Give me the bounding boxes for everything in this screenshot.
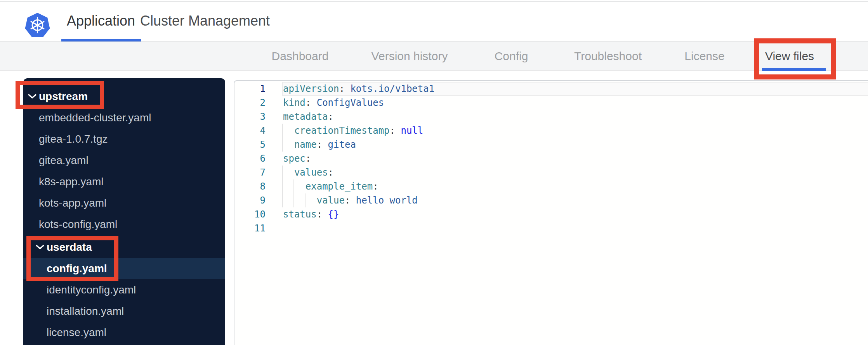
subnav-item-config[interactable]: Config: [495, 42, 528, 70]
token-key: spec: [283, 153, 306, 164]
line-number: 9: [234, 193, 283, 207]
token-value: ConfigValues: [317, 97, 384, 108]
token-keyword: null: [401, 125, 423, 136]
token-key: kind: [283, 97, 306, 108]
subnav-item-view-files[interactable]: View files: [765, 42, 814, 70]
token-colon: :: [345, 195, 350, 206]
tree-item-label: embedded-cluster.yaml: [23, 112, 151, 124]
tree-item-label: gitea-1.0.7.tgz: [23, 133, 108, 145]
tree-item-license-yaml[interactable]: license.yaml: [23, 322, 225, 343]
code-text: status: {}: [283, 207, 339, 221]
tab-cluster-management[interactable]: Cluster Management: [140, 0, 270, 41]
yaml-editor[interactable]: 1apiVersion: kots.io/v1beta12kind: Confi…: [234, 80, 868, 345]
token-plain: [345, 83, 350, 94]
subnav-item-version-history[interactable]: Version history: [372, 42, 448, 70]
token-plain: [283, 195, 317, 206]
token-value: hello world: [356, 195, 418, 206]
code-line-11: 11: [234, 221, 868, 235]
line-number: 11: [234, 221, 283, 235]
code-line-2: 2kind: ConfigValues: [234, 96, 868, 110]
tree-item-label: license.yaml: [23, 326, 106, 339]
code-line-8: 8 example_item:: [234, 179, 868, 193]
tree-item-identityconfig-yaml[interactable]: identityconfig.yaml: [23, 279, 225, 300]
tree-item-gitea-yaml[interactable]: gitea.yaml: [23, 150, 225, 171]
tree-item-upstream[interactable]: upstream: [23, 86, 225, 107]
code-line-10: 10status: {}: [234, 207, 868, 221]
token-plain: [322, 209, 328, 220]
code-line-3: 3metadata:: [234, 110, 868, 124]
tree-item-label: kots-app.yaml: [23, 197, 106, 209]
token-colon: :: [339, 83, 345, 94]
code-text: value: hello world: [283, 193, 418, 207]
token-plain: [322, 139, 328, 150]
line-number: 4: [234, 124, 283, 138]
token-plain: [283, 181, 306, 192]
token-key: values: [294, 167, 328, 178]
token-value: gitea: [328, 139, 356, 150]
file-tree-sidebar: upstreamembedded-cluster.yamlgitea-1.0.7…: [23, 78, 225, 345]
line-number: 2: [234, 96, 283, 110]
chevron-down-icon: [36, 245, 44, 250]
code-text: example_item:: [283, 179, 378, 193]
line-number: 5: [234, 138, 283, 152]
tree-item-label: installation.yaml: [23, 305, 124, 317]
tree-item-label: identityconfig.yaml: [23, 284, 136, 296]
tree-item-userdata[interactable]: userdata: [23, 236, 225, 258]
line-number: 3: [234, 110, 283, 124]
tree-item-label: config.yaml: [23, 262, 107, 275]
kots-admin-console: Application Cluster Management Dashboard…: [0, 0, 868, 345]
tree-item-label: kots-config.yaml: [23, 218, 117, 231]
code-text: creationTimestamp: null: [283, 124, 423, 138]
token-colon: :: [373, 181, 378, 192]
token-colon: :: [317, 139, 322, 150]
tree-item-k8s-app-yaml[interactable]: k8s-app.yaml: [23, 171, 225, 192]
token-colon: :: [306, 153, 311, 164]
code-text: metadata:: [283, 110, 333, 124]
code-line-6: 6spec:: [234, 152, 868, 166]
line-number: 10: [234, 207, 283, 221]
line-number: 8: [234, 179, 283, 193]
token-key: apiVersion: [283, 83, 339, 94]
token-plain: [395, 125, 401, 136]
token-plain: [283, 167, 294, 178]
token-key: name: [294, 139, 317, 150]
code-text: apiVersion: kots.io/v1beta1: [283, 82, 434, 96]
active-tab-underline: [61, 39, 141, 41]
token-key: status: [283, 209, 317, 220]
tab-application[interactable]: Application: [67, 0, 135, 41]
token-key: metadata: [283, 111, 328, 122]
code-text: spec:: [283, 152, 311, 166]
window-top-divider: [0, 1, 868, 2]
token-key: example_item: [306, 181, 373, 192]
token-punct: {}: [328, 209, 339, 220]
tree-item-installation-yaml[interactable]: installation.yaml: [23, 300, 225, 322]
app-sub-nav: DashboardVersion historyConfigTroublesho…: [0, 42, 868, 71]
token-key: value: [317, 195, 345, 206]
tree-item-label: userdata: [23, 241, 92, 254]
code-text: values:: [283, 166, 333, 179]
tree-item-label: gitea.yaml: [23, 154, 89, 167]
subnav-item-license[interactable]: License: [684, 42, 724, 70]
token-colon: :: [306, 97, 311, 108]
tree-item-embedded-cluster-yaml[interactable]: embedded-cluster.yaml: [23, 107, 225, 128]
tree-item-config-yaml[interactable]: config.yaml: [23, 258, 225, 279]
tree-item-kots-app-yaml[interactable]: kots-app.yaml: [23, 192, 225, 214]
token-colon: :: [390, 125, 395, 136]
token-key: creationTimestamp: [294, 125, 390, 136]
view-files-active-underline: [762, 68, 826, 71]
code-line-7: 7 values:: [234, 166, 868, 179]
token-colon: :: [328, 167, 333, 178]
token-colon: :: [328, 111, 333, 122]
kubernetes-logo-icon: [24, 12, 50, 40]
code-area[interactable]: 1apiVersion: kots.io/v1beta12kind: Confi…: [234, 81, 868, 235]
token-plain: [311, 97, 316, 108]
line-number: 1: [234, 82, 283, 96]
subnav-item-dashboard[interactable]: Dashboard: [272, 42, 329, 70]
tree-item-gitea-1-0-7-tgz[interactable]: gitea-1.0.7.tgz: [23, 128, 225, 150]
chevron-down-icon: [28, 94, 36, 99]
token-plain: [283, 125, 294, 136]
line-number: 6: [234, 152, 283, 166]
tree-item-kots-config-yaml[interactable]: kots-config.yaml: [23, 214, 225, 235]
token-plain: [350, 195, 356, 206]
subnav-item-troubleshoot[interactable]: Troubleshoot: [574, 42, 642, 70]
